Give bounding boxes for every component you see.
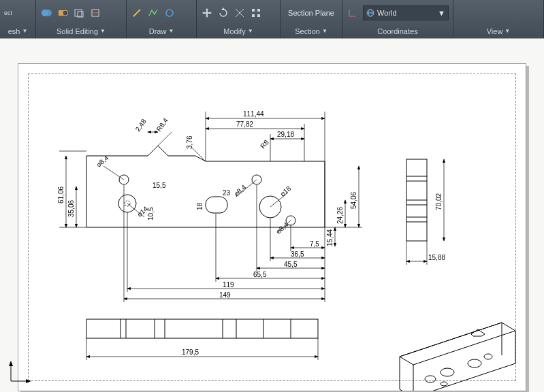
dropdown-icon: ▼ [248, 24, 253, 38]
dim-15-88: 15,88 [428, 254, 445, 261]
svg-rect-4 [75, 10, 82, 16]
svg-point-3 [63, 10, 68, 16]
drawing-viewport[interactable]: 111,44 77,82 29,18 2,48 R8,4 3,76 R8 ⌀8,… [0, 38, 544, 392]
svg-rect-28 [206, 197, 227, 213]
dropdown-icon: ▼ [168, 24, 174, 38]
panel-label-draw[interactable]: Draw ▼ [131, 24, 192, 38]
dim-dia-8-4c: ⌀8,4 [274, 220, 290, 235]
dim-149: 149 [219, 291, 231, 299]
dim-15-44: 15,44 [326, 229, 334, 246]
mesh-partial-top-text: ect [4, 10, 12, 16]
move-icon[interactable] [201, 7, 213, 19]
dim-29-18: 29,18 [277, 131, 294, 138]
ribbon-panel-modify: Modify ▼ [197, 0, 281, 38]
panel-label-modify[interactable]: Modify ▼ [201, 24, 276, 38]
draw-tools [131, 0, 192, 24]
svg-marker-10 [221, 7, 225, 10]
dim-dia-18: ⌀18 [278, 184, 293, 198]
panel-label-draw-text: Draw [149, 24, 167, 38]
svg-rect-15 [252, 14, 255, 17]
dim-35-06: 35,06 [67, 200, 75, 217]
dim-r8-4: R8,4 [155, 116, 170, 133]
solid-editing-tools [40, 0, 122, 24]
panel-label-mesh[interactable]: esh ▼ [4, 24, 31, 38]
paper-sheet: 111,44 77,82 29,18 2,48 R8,4 3,76 R8 ⌀8,… [18, 63, 526, 391]
coordinates-tools: World ▼ [347, 0, 449, 24]
panel-label-view[interactable]: View ▼ [458, 24, 539, 38]
technical-drawing: 111,44 77,82 29,18 2,48 R8,4 3,76 R8 ⌀8,… [18, 64, 526, 391]
panel-label-view-text: View [487, 24, 503, 38]
rotate-icon[interactable] [217, 7, 229, 19]
panel-label-coordinates[interactable]: Coordinates [347, 24, 449, 38]
svg-line-96 [158, 132, 172, 146]
svg-rect-13 [252, 9, 255, 12]
dim-111-44: 111,44 [243, 110, 264, 118]
ribbon-panel-mesh: ect esh ▼ [0, 0, 36, 38]
dim-65-5: 65,5 [253, 271, 267, 278]
dropdown-icon: ▼ [438, 9, 445, 17]
panel-label-section[interactable]: Section ▼ [285, 24, 338, 38]
svg-rect-36 [86, 319, 318, 338]
circle-icon[interactable] [163, 7, 176, 19]
svg-point-9 [166, 10, 173, 16]
dim-36-5: 36,5 [291, 250, 304, 258]
dim-2-48: 2,48 [134, 118, 148, 133]
svg-rect-16 [257, 14, 260, 17]
polyline-icon[interactable] [147, 7, 159, 19]
dropdown-icon: ▼ [322, 24, 327, 38]
intersect-icon[interactable] [73, 7, 85, 19]
panel-label-modify-text: Modify [223, 24, 245, 38]
svg-point-51 [441, 368, 454, 376]
svg-point-53 [484, 354, 492, 359]
union-icon[interactable] [40, 7, 52, 19]
globe-icon [366, 9, 374, 17]
mesh-partial-top[interactable]: ect [4, 10, 12, 16]
svg-point-54 [441, 382, 447, 386]
svg-rect-14 [257, 9, 260, 12]
svg-point-52 [468, 359, 481, 368]
dropdown-icon: ▼ [22, 24, 27, 38]
dim-r8: R8 [259, 138, 270, 150]
svg-line-8 [133, 10, 140, 16]
svg-point-1 [45, 10, 52, 16]
panel-label-solid-editing-text: Solid Editing [57, 24, 98, 38]
dim-24-26: 24,26 [336, 207, 344, 224]
dim-61-06: 61,06 [57, 186, 65, 203]
panel-label-mesh-text: esh [8, 24, 20, 38]
svg-line-91 [103, 166, 124, 180]
trim-icon[interactable] [234, 7, 246, 19]
section-plane-label: Section Plane [288, 9, 334, 17]
dropdown-icon: ▼ [100, 24, 106, 38]
svg-line-47 [413, 331, 515, 365]
section-plane-button[interactable]: Section Plane [285, 0, 338, 24]
array-icon[interactable] [250, 7, 262, 19]
dim-179-5: 179,5 [182, 348, 199, 356]
dim-15-5: 15,5 [153, 182, 166, 189]
panel-label-solid-editing[interactable]: Solid Editing ▼ [40, 24, 122, 38]
ucs-selected-label: World [377, 9, 397, 17]
svg-line-97 [192, 148, 206, 161]
svg-marker-100 [9, 361, 13, 366]
panel-label-section-text: Section [295, 24, 320, 38]
dim-23: 23 [223, 189, 231, 197]
ribbon-panel-solid-editing: Solid Editing ▼ [36, 0, 127, 38]
dim-7-5: 7,5 [310, 240, 319, 248]
dim-77-82: 77,82 [236, 120, 253, 128]
dim-45-5: 45,5 [284, 261, 298, 268]
ucs-dropdown[interactable]: World ▼ [363, 5, 449, 20]
dim-10-5: 10,5 [147, 207, 155, 220]
dim-3-76: 3,76 [186, 135, 193, 149]
dim-70-02: 70,02 [435, 193, 443, 210]
svg-line-49 [400, 357, 413, 365]
line-icon[interactable] [131, 7, 143, 19]
svg-marker-101 [26, 379, 31, 383]
ribbon-panel-view: View ▼ [453, 0, 544, 38]
svg-line-46 [400, 323, 502, 357]
dropdown-icon: ▼ [505, 24, 510, 38]
slice-icon[interactable] [89, 7, 101, 19]
ucs-icon[interactable] [347, 7, 359, 19]
subtract-icon[interactable] [57, 7, 69, 19]
ucs-triad-icon [5, 359, 33, 387]
ribbon: ect esh ▼ Solid Editing ▼ [0, 0, 544, 38]
dim-dia-8-4b: ⌀8,4 [232, 183, 248, 198]
